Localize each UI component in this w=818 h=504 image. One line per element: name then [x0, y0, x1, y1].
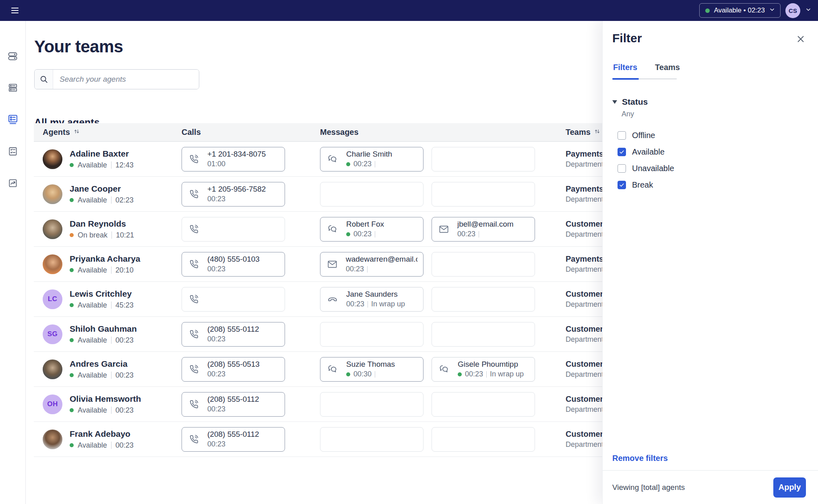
message-time: 00:23 — [346, 265, 364, 273]
call-card[interactable]: (208) 555-0112 00:23 — [182, 427, 285, 452]
status-option[interactable]: Unavailable — [618, 160, 807, 177]
message-extra — [375, 161, 378, 167]
message-card-1[interactable]: wadewarren@email.com 00:23 — [320, 252, 423, 277]
apply-button[interactable]: Apply — [773, 477, 806, 498]
call-card[interactable]: (208) 555-0112 00:23 — [182, 322, 285, 347]
message-card-1[interactable] — [320, 182, 423, 207]
column-header-agents[interactable]: Agents — [43, 128, 182, 137]
agent-cell: Priyanka Acharya Available 20:10 — [43, 254, 182, 275]
column-header-calls[interactable]: Calls — [182, 128, 285, 137]
call-card[interactable]: +1 205-956-7582 00:23 — [182, 182, 285, 207]
status-option[interactable]: Offline — [618, 127, 807, 144]
agent-search — [34, 69, 199, 89]
status-dot — [70, 198, 74, 202]
checkbox[interactable] — [618, 131, 626, 140]
table-row: OH Olivia Hemsworth Available 00:23 — [34, 387, 628, 422]
sidebar-item-tasks-icon[interactable] — [6, 145, 20, 158]
call-time: 00:23 — [207, 440, 225, 448]
agent-info: Olivia Hemsworth Available 00:23 — [70, 394, 141, 415]
agent-status: Available 02:23 — [70, 196, 134, 204]
message-info: Jane Saunders 00:23 In wrap up — [346, 290, 405, 308]
page-title: Your teams — [34, 37, 123, 56]
agent-status-dropdown[interactable]: Available • 02:23 — [699, 3, 781, 18]
checkbox[interactable] — [618, 148, 626, 156]
sidebar-item-queues-icon[interactable] — [6, 81, 20, 95]
message-card-2[interactable] — [432, 147, 535, 171]
status-dot — [70, 163, 74, 167]
agents-dashboard: Available • 02:23 CS — [0, 0, 818, 504]
message-contact: Robert Fox — [346, 220, 384, 229]
divider — [112, 231, 112, 239]
message-card-1[interactable]: Suzie Thomas 00:30 — [320, 357, 423, 382]
message-card-2[interactable] — [432, 322, 535, 347]
close-icon[interactable] — [795, 33, 807, 45]
agent-name: Jane Cooper — [70, 184, 134, 194]
message-card-1[interactable] — [320, 427, 423, 452]
search-input[interactable] — [53, 70, 199, 89]
filter-tab[interactable]: Filters — [613, 63, 637, 72]
message-info: Suzie Thomas 00:30 — [346, 360, 395, 378]
status-dot — [70, 373, 74, 377]
status-time: 00:23 — [116, 371, 134, 380]
user-avatar[interactable]: CS — [785, 3, 800, 18]
checkbox[interactable] — [618, 164, 626, 173]
chat-icon — [327, 153, 338, 165]
agent-info: Adaline Baxter Available 12:43 — [70, 149, 134, 169]
sidebar-item-analytics-icon[interactable] — [6, 176, 20, 190]
top-bar: Available • 02:23 CS — [0, 0, 818, 21]
message-card-1[interactable]: Jane Saunders 00:23 In wrap up — [320, 287, 423, 312]
status-section-toggle[interactable]: Status — [612, 97, 807, 107]
message-card-2[interactable]: Gisele Phoumtipp 00:23 In wrap up — [432, 357, 535, 382]
avatar — [43, 254, 62, 274]
filter-tab[interactable]: Teams — [655, 63, 680, 72]
agent-info: Dan Reynolds On break 10:21 — [70, 219, 134, 240]
message-card-2[interactable] — [432, 182, 535, 207]
status-option[interactable]: Available — [618, 144, 807, 160]
call-card[interactable]: (208) 555-0112 00:23 — [182, 392, 285, 417]
message-contact: Jane Saunders — [346, 290, 405, 299]
checkbox-label: Unavailable — [632, 164, 674, 173]
call-card[interactable] — [182, 287, 285, 312]
call-time: 00:23 — [207, 195, 225, 203]
table-row: Jane Cooper Available 02:23 — [34, 177, 628, 212]
call-card[interactable] — [182, 217, 285, 242]
message-card-2[interactable] — [432, 427, 535, 452]
message-card-2[interactable]: jbell@email.com 00:23 — [432, 217, 535, 242]
chevron-down-icon[interactable] — [805, 6, 812, 14]
chevron-down-icon — [769, 6, 775, 15]
checkbox[interactable] — [618, 181, 626, 189]
call-number: (208) 555-0513 — [207, 360, 260, 369]
phone-icon — [188, 189, 199, 200]
message-card-2[interactable] — [432, 287, 535, 312]
message-card-2[interactable] — [432, 252, 535, 277]
phone-icon — [188, 364, 199, 375]
message-card-2[interactable] — [432, 392, 535, 417]
message-status-dot — [458, 372, 462, 376]
call-card[interactable]: +1 201-834-8075 01:00 — [182, 147, 285, 171]
message-card-1[interactable]: Robert Fox 00:23 — [320, 217, 423, 242]
status-time: 20:10 — [116, 266, 134, 275]
status-dot — [70, 443, 74, 447]
sidebar-item-agents-icon[interactable] — [6, 113, 20, 126]
message-card-1[interactable] — [320, 392, 423, 417]
call-info: (208) 555-0112 00:23 — [207, 395, 259, 413]
message-card-1[interactable] — [320, 322, 423, 347]
sidebar-item-toggles-icon[interactable] — [6, 49, 20, 63]
column-header-messages[interactable]: Messages — [320, 128, 423, 137]
status-section-value: Any — [622, 110, 807, 118]
call-card[interactable]: (480) 555-0103 00:23 — [182, 252, 285, 277]
message-info: Robert Fox 00:23 — [346, 220, 384, 238]
message-card-1[interactable]: Charlie Smith 00:23 — [320, 147, 423, 171]
collapse-triangle-icon — [612, 100, 617, 104]
agent-name: Adaline Baxter — [70, 149, 134, 159]
agent-info: Frank Adebayo Available 00:23 — [70, 429, 134, 450]
status-option[interactable]: Break — [618, 177, 807, 193]
remove-filters-link[interactable]: Remove filters — [612, 454, 668, 463]
status-section-title: Status — [622, 97, 648, 107]
hamburger-menu-icon[interactable] — [8, 4, 22, 17]
chat-icon — [327, 364, 338, 375]
status-filter-section: Status Any Offline Ava — [612, 97, 807, 193]
call-card[interactable]: (208) 555-0513 00:23 — [182, 357, 285, 382]
call-info: +1 201-834-8075 01:00 — [207, 150, 266, 168]
message-contact: jbell@email.com — [457, 220, 514, 229]
